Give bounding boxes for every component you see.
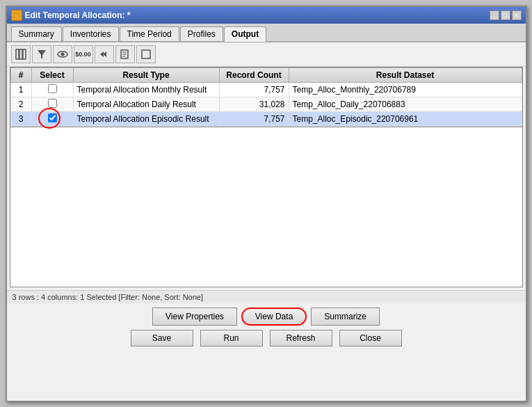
table-row[interactable]: 3 Temporal Allocation Episodic Result 7,… (10, 112, 522, 127)
row-checkbox-cell[interactable] (31, 97, 73, 112)
table-row[interactable]: 2 Temporal Allocation Daily Result 31,02… (10, 97, 522, 112)
status-bar: 3 rows : 4 columns: 1 Selected [Filter: … (7, 290, 526, 303)
col-header-record-count: Record Count (219, 68, 289, 83)
edit-button[interactable] (115, 45, 135, 63)
tab-summary[interactable]: Summary (11, 26, 62, 41)
close-window-button[interactable]: × (512, 10, 522, 20)
tab-time-period[interactable]: Time Period (120, 26, 179, 41)
dollar-button[interactable]: $0.00 (74, 45, 93, 63)
main-window: Edit Temporal Allocation: * _ □ × Summar… (6, 6, 527, 402)
row-checkbox[interactable] (48, 113, 57, 122)
run-button[interactable]: Run (200, 330, 263, 346)
row-result-dataset: Temp_Alloc_Episodic_220706961 (289, 112, 522, 127)
results-table: # Select Result Type Record Count Result… (10, 67, 522, 127)
summarize-button[interactable]: Summarize (311, 308, 380, 326)
row-checkbox[interactable] (48, 84, 57, 93)
close-button[interactable]: Close (339, 330, 402, 346)
table-row[interactable]: 1 Temporal Allocation Monthly Result 7,7… (10, 83, 522, 97)
row-record-count: 7,757 (219, 112, 289, 127)
row-record-count: 7,757 (219, 83, 289, 97)
col-header-num: # (10, 68, 31, 83)
col-header-select: Select (31, 68, 73, 83)
circled-checkbox (48, 113, 57, 125)
svg-rect-12 (142, 50, 150, 58)
tab-output[interactable]: Output (224, 26, 266, 42)
back-button[interactable] (95, 45, 114, 63)
svg-rect-0 (16, 49, 19, 59)
view-properties-button[interactable]: View Properties (152, 308, 237, 326)
minimize-button[interactable]: _ (490, 10, 499, 20)
restore-button[interactable]: □ (501, 10, 510, 20)
col-header-result-type: Result Type (73, 68, 219, 83)
app-icon (11, 10, 22, 21)
row-result-type: Temporal Allocation Daily Result (73, 97, 219, 112)
row-checkbox-cell[interactable] (31, 112, 73, 127)
action-buttons-row: View Properties View Data Summarize (7, 303, 526, 328)
row-checkbox-cell[interactable] (31, 83, 73, 97)
col-header-result-dataset: Result Dataset (289, 68, 522, 83)
status-text: 3 rows : 4 columns: 1 Selected [Filter: … (13, 293, 204, 301)
row-result-type: Temporal Allocation Episodic Result (73, 112, 219, 127)
save-button[interactable]: Save (131, 330, 193, 346)
row-num: 1 (10, 83, 31, 97)
row-result-dataset: Temp_Alloc_Monthly_220706789 (289, 83, 522, 97)
svg-marker-3 (38, 50, 46, 58)
checkbox-toggle-button[interactable] (136, 45, 156, 63)
row-num: 2 (10, 97, 31, 112)
title-bar: Edit Temporal Allocation: * _ □ × (7, 7, 526, 24)
row-num: 3 (10, 112, 31, 127)
refresh-button[interactable]: Refresh (270, 330, 332, 346)
tab-bar: Summary Inventories Time Period Profiles… (7, 24, 526, 42)
svg-point-5 (61, 53, 64, 56)
tab-profiles[interactable]: Profiles (180, 26, 223, 41)
row-record-count: 31,028 (219, 97, 289, 112)
svg-rect-2 (23, 49, 26, 59)
toolbar: $0.00 (7, 42, 526, 67)
empty-table-area (10, 127, 523, 287)
columns-button[interactable] (11, 45, 31, 63)
svg-marker-7 (100, 51, 104, 57)
title-bar-left: Edit Temporal Allocation: * (11, 10, 131, 21)
results-table-container: # Select Result Type Record Count Result… (10, 67, 523, 127)
title-buttons: _ □ × (490, 10, 522, 20)
tab-inventories[interactable]: Inventories (63, 26, 119, 41)
row-result-type: Temporal Allocation Monthly Result (73, 83, 219, 97)
table-header-row: # Select Result Type Record Count Result… (10, 68, 522, 83)
window-title: Edit Temporal Allocation: * (25, 10, 131, 20)
view-button[interactable] (53, 45, 72, 63)
main-buttons-row: Save Run Refresh Close (7, 328, 526, 351)
filter-button[interactable] (32, 45, 51, 63)
row-result-dataset: Temp_Alloc_Daily_220706883 (289, 97, 522, 112)
view-data-button[interactable]: View Data (241, 308, 307, 326)
svg-rect-1 (19, 49, 22, 59)
row-checkbox[interactable] (48, 99, 57, 108)
